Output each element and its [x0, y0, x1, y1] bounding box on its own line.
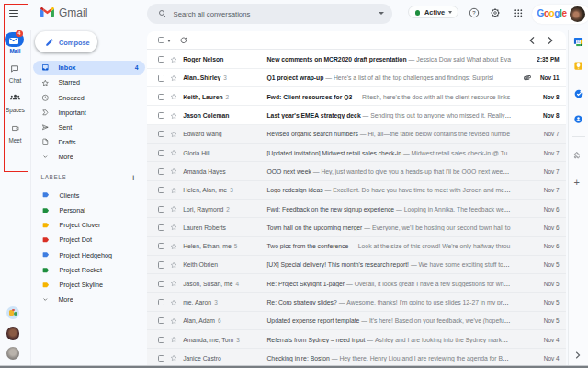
- svg-text:31: 31: [577, 39, 581, 43]
- svg-text:?: ?: [472, 10, 476, 16]
